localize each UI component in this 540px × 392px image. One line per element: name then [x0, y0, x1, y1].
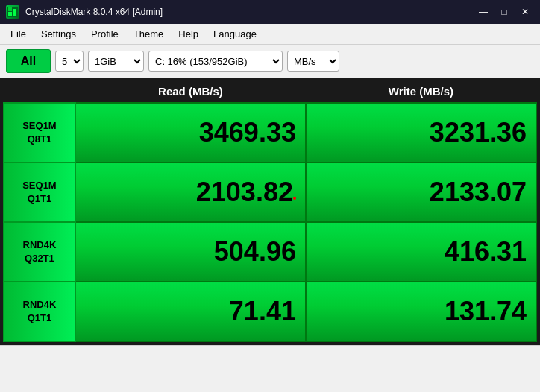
menu-profile[interactable]: Profile [84, 26, 126, 42]
row-0-write: 3231.36 [306, 103, 536, 162]
app-icon [6, 5, 19, 19]
row-0-label: SEQ1M Q8T1 [4, 103, 75, 162]
minimize-button[interactable]: — [474, 4, 492, 19]
row-3-read: 71.41 [75, 282, 306, 341]
table-row: SEQ1M Q8T1 3469.33 3231.36 [4, 103, 536, 162]
all-button[interactable]: All [6, 49, 51, 73]
read-header: Read (MB/s) [75, 80, 306, 103]
write-header: Write (MB/s) [306, 80, 536, 103]
label-col-header [4, 80, 75, 103]
menu-language[interactable]: Language [206, 26, 264, 42]
titlebar-title: CrystalDiskMark 8.0.4 x64 [Admin] [25, 7, 163, 17]
row-2-read: 504.96 [75, 222, 306, 282]
toolbar: All 5 1 3 9 1GiB 512MiB 2GiB 4GiB C: 16%… [0, 45, 540, 78]
table-row: SEQ1M Q1T1 2103.82 2133.07 [4, 162, 536, 222]
header-row: Read (MB/s) Write (MB/s) [4, 80, 536, 103]
menu-settings[interactable]: Settings [34, 26, 84, 42]
row-3-write: 131.74 [306, 282, 536, 341]
row-3-label: RND4K Q1T1 [4, 282, 75, 341]
maximize-button[interactable]: □ [495, 4, 513, 19]
benchmark-table: Read (MB/s) Write (MB/s) SEQ1M Q8T1 3469… [3, 80, 537, 342]
row-0-read: 3469.33 [75, 103, 306, 162]
table-row: RND4K Q1T1 71.41 131.74 [4, 282, 536, 341]
titlebar-controls: — □ ✕ [474, 4, 534, 19]
drive-select[interactable]: C: 16% (153/952GiB) [148, 51, 283, 72]
close-button[interactable]: ✕ [516, 4, 534, 19]
row-2-write: 416.31 [306, 222, 536, 282]
red-dot [293, 197, 296, 200]
menu-theme[interactable]: Theme [126, 26, 171, 42]
row-1-write: 2133.07 [306, 162, 536, 222]
titlebar-left: CrystalDiskMark 8.0.4 x64 [Admin] [6, 5, 163, 19]
row-2-label: RND4K Q32T1 [4, 222, 75, 282]
svg-rect-1 [8, 12, 12, 16]
table-row: RND4K Q32T1 504.96 416.31 [4, 222, 536, 282]
menu-help[interactable]: Help [171, 26, 206, 42]
row-1-label: SEQ1M Q1T1 [4, 162, 75, 222]
unit-select[interactable]: MB/s GB/s IOPS μs [287, 51, 339, 72]
statusbar [0, 345, 540, 363]
size-select[interactable]: 1GiB 512MiB 2GiB 4GiB [88, 51, 144, 72]
row-1-read: 2103.82 [75, 162, 306, 222]
svg-rect-2 [13, 9, 16, 16]
titlebar: CrystalDiskMark 8.0.4 x64 [Admin] — □ ✕ [0, 0, 540, 24]
menu-file[interactable]: File [3, 26, 34, 42]
svg-rect-3 [8, 7, 12, 11]
runs-select[interactable]: 5 1 3 9 [55, 51, 84, 72]
menubar: File Settings Profile Theme Help Languag… [0, 24, 540, 45]
benchmark-area: Read (MB/s) Write (MB/s) SEQ1M Q8T1 3469… [0, 78, 540, 345]
